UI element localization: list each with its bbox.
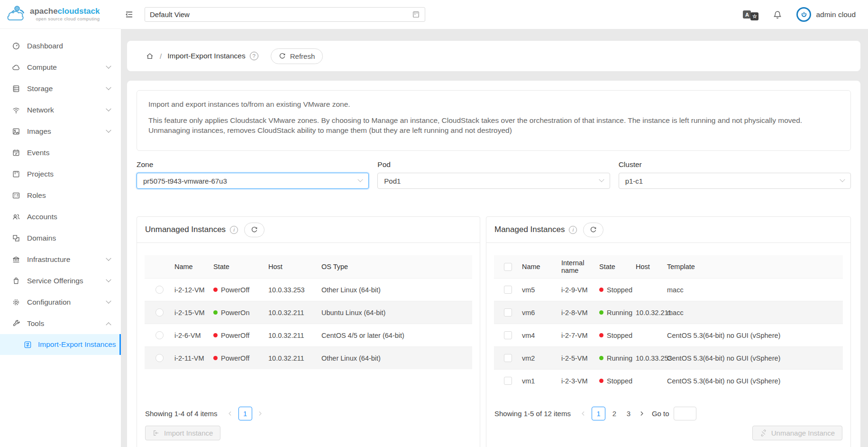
- pod-select[interactable]: Pod1: [377, 173, 610, 189]
- row-checkbox[interactable]: [504, 377, 512, 385]
- table-row[interactable]: i-2-11-VM PowerOff 10.0.32.211 Other Lin…: [145, 346, 472, 369]
- row-checkbox[interactable]: [504, 286, 512, 294]
- table-row[interactable]: i-2-6-VM PowerOff 10.0.32.211 CentOS 4/5…: [145, 324, 472, 346]
- view-selector-input[interactable]: Default View: [145, 7, 425, 22]
- sidebar-item-infrastructure[interactable]: Infrastructure: [0, 249, 121, 270]
- menu-fold-icon[interactable]: [123, 9, 135, 21]
- user-avatar[interactable]: [796, 7, 811, 22]
- table-row[interactable]: vm4 i-2-7-VM Stopped CentOS 5.3(64-bit) …: [494, 324, 843, 346]
- cell-os: CentOS 4/5 or later (64-bit): [321, 332, 472, 339]
- translation-icon[interactable]: A: [743, 10, 751, 19]
- info-icon[interactable]: i: [569, 226, 577, 234]
- managed-instances-card: Managed Instances i Name Internal name: [486, 216, 851, 447]
- sidebar-item-compute[interactable]: Compute: [0, 56, 121, 78]
- managed-summary: Showing 1-5 of 12 items: [494, 410, 571, 418]
- gear-icon: [12, 298, 20, 307]
- disconnect-icon: [760, 429, 767, 437]
- unmanaged-pagination: Showing 1-4 of 4 items 1: [145, 407, 472, 420]
- user-name[interactable]: admin cloud: [816, 10, 856, 19]
- row-radio[interactable]: [155, 308, 164, 317]
- cluster-select[interactable]: p1-c1: [619, 173, 851, 189]
- logo-text: apachecloudstack open source cloud compu…: [30, 7, 100, 21]
- notification-bell-icon[interactable]: [773, 10, 782, 19]
- cloudstack-logo[interactable]: apachecloudstack open source cloud compu…: [0, 0, 121, 29]
- page-2-button[interactable]: 2: [608, 410, 621, 418]
- unmanaged-instances-card: Unmanaged Instances i Name State: [137, 216, 480, 447]
- prev-page-icon[interactable]: [224, 408, 237, 420]
- description-line-2: This feature only applies Cloudstack VMw…: [148, 115, 839, 135]
- table-row[interactable]: i-2-15-VM PowerOn 10.0.32.211 Ubuntu Lin…: [145, 301, 472, 324]
- help-icon[interactable]: ?: [250, 52, 258, 60]
- row-radio[interactable]: [155, 286, 164, 294]
- next-page-icon[interactable]: [254, 408, 266, 420]
- idcard-icon: [12, 191, 20, 200]
- project-switch-icon[interactable]: [412, 10, 420, 19]
- column-header: Internal name: [561, 259, 599, 274]
- select-all-checkbox[interactable]: [504, 263, 512, 271]
- row-radio[interactable]: [155, 331, 164, 339]
- cell-os: Ubuntu Linux (64-bit): [321, 309, 472, 317]
- view-selector-value: Default View: [150, 10, 190, 19]
- cell-name: i-2-6-VM: [174, 332, 213, 339]
- table-row[interactable]: vm2 i-2-5-VM Running 10.0.33.253 CentOS …: [494, 346, 843, 369]
- row-checkbox[interactable]: [504, 354, 512, 362]
- translation-star-icon[interactable]: ☆: [750, 12, 758, 20]
- cell-name: vm5: [522, 286, 561, 294]
- unmanage-instance-button[interactable]: Unmanage Instance: [752, 426, 842, 440]
- cloud-icon: [12, 63, 20, 72]
- table-row[interactable]: vm5 i-2-9-VM Stopped macc: [494, 278, 843, 301]
- zone-select[interactable]: pr5075-t943-vmware-67u3: [137, 173, 369, 189]
- state-dot: [599, 379, 603, 383]
- state-label: Stopped: [607, 286, 632, 294]
- import-instance-label: Import Instance: [164, 429, 213, 437]
- row-radio[interactable]: [155, 354, 164, 362]
- sidebar-item-roles[interactable]: Roles: [0, 185, 121, 206]
- team-icon: [12, 213, 20, 221]
- managed-refresh-button[interactable]: [583, 223, 603, 237]
- sidebar-item-configuration[interactable]: Configuration: [0, 291, 121, 313]
- sidebar-item-label: Network: [27, 106, 54, 114]
- sidebar-item-events[interactable]: Events: [0, 142, 121, 163]
- row-checkbox[interactable]: [504, 331, 512, 339]
- refresh-button[interactable]: Refresh: [271, 48, 323, 64]
- page-1-button[interactable]: 1: [238, 407, 252, 420]
- goto-page-input[interactable]: [674, 407, 696, 420]
- import-instance-button[interactable]: Import Instance: [145, 426, 220, 440]
- sidebar-item-service-offerings[interactable]: Service Offerings: [0, 270, 121, 291]
- sidebar-item-images[interactable]: Images: [0, 121, 121, 142]
- table-row[interactable]: i-2-12-VM PowerOff 10.0.33.253 Other Lin…: [145, 278, 472, 301]
- chevron-down-icon: [840, 177, 845, 182]
- sidebar-item-dashboard[interactable]: Dashboard: [0, 35, 121, 56]
- sidebar-item-tools[interactable]: Tools: [0, 313, 121, 334]
- wrench-icon: [12, 319, 20, 328]
- unmanage-instance-label: Unmanage Instance: [771, 429, 835, 437]
- unmanaged-refresh-button[interactable]: [244, 223, 265, 237]
- brand-cloudstack: cloudstack: [58, 7, 100, 16]
- prev-page-icon[interactable]: [577, 408, 590, 420]
- sidebar-item-domains[interactable]: Domains: [0, 227, 121, 249]
- table-row[interactable]: vm6 i-2-8-VM Running 10.0.32.211 macc: [494, 301, 843, 324]
- page-1-button[interactable]: 1: [592, 407, 605, 420]
- next-page-icon[interactable]: [636, 408, 648, 420]
- state-dot: [599, 288, 603, 292]
- sidebar-item-network[interactable]: Network: [0, 99, 121, 121]
- home-icon[interactable]: [146, 52, 154, 60]
- cell-state: Stopped: [599, 286, 636, 294]
- row-checkbox[interactable]: [504, 308, 512, 317]
- pod-label: Pod: [377, 160, 610, 169]
- info-icon[interactable]: i: [230, 226, 238, 234]
- cell-name: vm4: [522, 332, 561, 339]
- sidebar-item-import-export-instances[interactable]: Import-Export Instances: [0, 334, 121, 355]
- table-row[interactable]: vm1 i-2-3-VM Stopped CentOS 5.3(64-bit) …: [494, 369, 843, 392]
- page-3-button[interactable]: 3: [622, 410, 635, 418]
- page-content: / Import-Export Instances ? Refresh Impo…: [121, 29, 868, 447]
- state-dot: [213, 356, 218, 360]
- cell-internal-name: i-2-8-VM: [561, 309, 599, 317]
- sidebar-item-storage[interactable]: Storage: [0, 78, 121, 99]
- sidebar-item-projects[interactable]: Projects: [0, 163, 121, 185]
- sidebar-menu: Dashboard Compute Storage Network Images: [0, 29, 121, 447]
- sidebar-item-accounts[interactable]: Accounts: [0, 206, 121, 227]
- managed-title: Managed Instances: [494, 225, 565, 234]
- cluster-select-value: p1-c1: [625, 177, 643, 185]
- refresh-label: Refresh: [290, 52, 315, 60]
